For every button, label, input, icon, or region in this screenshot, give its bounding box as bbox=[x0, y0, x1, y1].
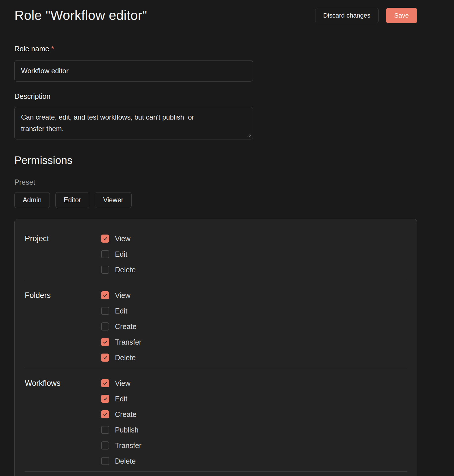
role-name-label-text: Role name bbox=[14, 45, 49, 53]
header-actions: Discard changes Save bbox=[315, 7, 417, 23]
permission-row: Publish bbox=[101, 422, 407, 438]
discard-changes-button[interactable]: Discard changes bbox=[315, 8, 379, 23]
checkmark-icon bbox=[103, 381, 108, 385]
checkbox-folders-transfer[interactable] bbox=[101, 338, 109, 346]
checkbox-folders-create[interactable] bbox=[101, 322, 109, 330]
permission-group-label: Folders bbox=[25, 288, 101, 365]
description-label: Description bbox=[14, 92, 417, 101]
checkbox-folders-view[interactable] bbox=[101, 291, 109, 299]
checkbox-workflows-create[interactable] bbox=[101, 410, 109, 418]
checkbox-workflows-transfer[interactable] bbox=[101, 441, 109, 449]
permission-label: Transfer bbox=[115, 441, 141, 450]
permission-row: Create bbox=[101, 319, 407, 334]
page-header: Role "Workflow editor" Discard changes S… bbox=[14, 7, 417, 23]
permission-rows: View Edit Delete bbox=[101, 231, 407, 277]
role-name-label: Role name * bbox=[14, 45, 417, 53]
save-button[interactable]: Save bbox=[386, 8, 417, 23]
permission-group-project: Project View Edit bbox=[25, 224, 407, 280]
permission-label: Delete bbox=[115, 457, 136, 465]
permission-row: View bbox=[101, 288, 407, 303]
checkbox-project-delete[interactable] bbox=[101, 266, 109, 274]
required-marker: * bbox=[51, 45, 54, 53]
permission-label: Create bbox=[115, 410, 137, 419]
permission-row: Edit bbox=[101, 246, 407, 262]
preset-admin-button[interactable]: Admin bbox=[14, 192, 50, 208]
checkbox-project-edit[interactable] bbox=[101, 250, 109, 258]
permission-row: Transfer bbox=[101, 334, 407, 350]
permissions-panel: Project View Edit bbox=[14, 219, 417, 476]
permission-row: Transfer bbox=[101, 438, 407, 453]
checkbox-workflows-view[interactable] bbox=[101, 379, 109, 387]
permission-label: Delete bbox=[115, 266, 136, 274]
permission-group-label: Workflows bbox=[25, 375, 101, 469]
checkbox-workflows-publish[interactable] bbox=[101, 426, 109, 434]
permission-row: Edit bbox=[101, 303, 407, 319]
permission-label: View bbox=[115, 291, 130, 300]
checkbox-project-view[interactable] bbox=[101, 235, 109, 243]
checkmark-icon bbox=[103, 397, 108, 401]
permission-row: Delete bbox=[101, 453, 407, 469]
checkbox-folders-edit[interactable] bbox=[101, 307, 109, 315]
description-field: Can create, edit, and test workflows, bu… bbox=[14, 107, 253, 139]
checkbox-folders-delete[interactable] bbox=[101, 354, 109, 362]
permission-label: Create bbox=[115, 322, 137, 331]
permission-group-workflows: Workflows View Edit bbox=[25, 368, 407, 472]
page-title: Role "Workflow editor" bbox=[14, 7, 147, 23]
preset-buttons: Admin Editor Viewer bbox=[14, 192, 417, 208]
permission-label: View bbox=[115, 235, 130, 243]
checkmark-icon bbox=[103, 356, 108, 360]
permission-group-folders: Folders View Edit bbox=[25, 280, 407, 368]
description-textarea[interactable]: Can create, edit, and test workflows, bu… bbox=[14, 107, 253, 139]
preset-label: Preset bbox=[14, 178, 417, 186]
preset-editor-button[interactable]: Editor bbox=[55, 192, 89, 208]
checkmark-icon bbox=[103, 412, 108, 416]
permission-label: Publish bbox=[115, 426, 139, 434]
permission-label: Delete bbox=[115, 354, 136, 362]
permission-row: View bbox=[101, 375, 407, 391]
checkmark-icon bbox=[103, 293, 108, 297]
permission-label: Edit bbox=[115, 395, 127, 403]
permission-rows: View Edit Create bbox=[101, 375, 407, 469]
checkmark-icon bbox=[103, 340, 108, 344]
permission-label: View bbox=[115, 379, 130, 388]
checkbox-workflows-edit[interactable] bbox=[101, 395, 109, 403]
permissions-heading: Permissions bbox=[14, 154, 417, 167]
permission-row: View bbox=[101, 231, 407, 246]
permission-row: Create bbox=[101, 407, 407, 422]
resize-handle-icon[interactable] bbox=[247, 133, 251, 137]
preset-viewer-button[interactable]: Viewer bbox=[95, 192, 132, 208]
permission-label: Edit bbox=[115, 307, 127, 315]
permission-label: Edit bbox=[115, 250, 127, 258]
checkmark-icon bbox=[103, 237, 108, 241]
permission-row: Delete bbox=[101, 350, 407, 365]
permission-row: Delete bbox=[101, 262, 407, 277]
checkbox-workflows-delete[interactable] bbox=[101, 457, 109, 465]
permission-rows: View Edit Create bbox=[101, 288, 407, 365]
page: Role "Workflow editor" Discard changes S… bbox=[0, 0, 454, 476]
permission-group-label: Project bbox=[25, 231, 101, 277]
role-name-input[interactable] bbox=[14, 60, 253, 82]
permission-label: Transfer bbox=[115, 338, 141, 346]
permission-row: Edit bbox=[101, 391, 407, 407]
